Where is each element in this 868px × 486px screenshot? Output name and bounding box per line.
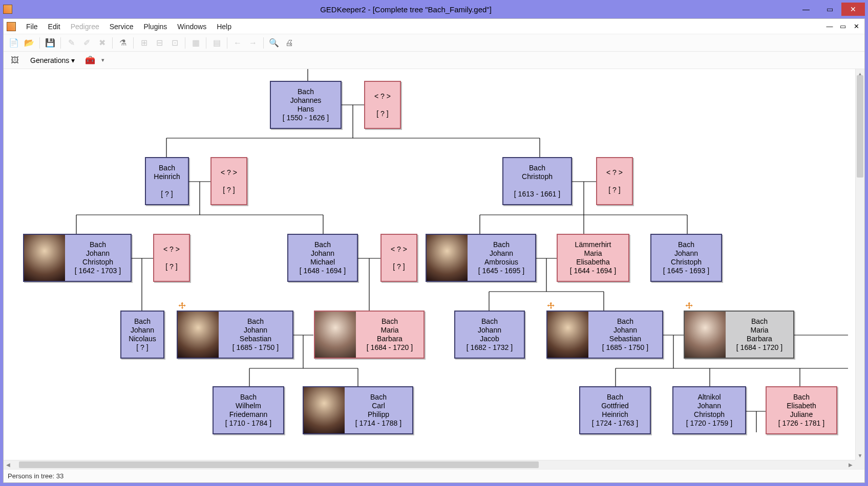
card-line: [ 1714 - 1788 ] xyxy=(349,419,408,428)
tree-descendants-icon[interactable]: ⊟ xyxy=(152,36,166,50)
nav-fwd-icon[interactable]: → xyxy=(246,36,260,50)
options-icon[interactable]: 🧰 xyxy=(83,53,97,68)
card-line: < ? > xyxy=(601,168,628,177)
tree-canvas[interactable]: Bach Johannes Hans [ 1550 - 1626 ] < ? >… xyxy=(4,69,859,463)
generations-dropdown[interactable]: Generations ▾ xyxy=(26,54,79,67)
export-image-icon[interactable]: 🖼 xyxy=(8,53,22,68)
card-line: Johann xyxy=(69,249,126,258)
card-cpe[interactable]: Bach Carl Philipp [ 1714 - 1788 ] xyxy=(303,386,413,434)
new-file-icon[interactable]: 📄 xyxy=(7,36,21,50)
scroll-right-icon[interactable]: ▶ xyxy=(846,460,855,469)
card-lammerhirt[interactable]: Lämmerhirt Maria Elisabetha [ 1644 - 169… xyxy=(557,234,629,282)
menu-windows[interactable]: Windows xyxy=(172,20,211,33)
print-icon[interactable]: 🖨 xyxy=(282,36,297,50)
card-jambrosius[interactable]: Bach Johann Ambrosius [ 1645 - 1695 ] xyxy=(426,234,536,282)
card-line: Maria xyxy=(562,249,624,258)
record-add-icon[interactable]: ✎ xyxy=(64,36,78,50)
card-line: Bach xyxy=(349,393,408,402)
card-jc1642[interactable]: Bach Johann Christoph [ 1642 - 1703 ] xyxy=(23,234,132,282)
record-edit-icon[interactable]: ✐ xyxy=(79,36,94,50)
card-heinrich[interactable]: Bach Heinrich [ ? ] xyxy=(145,157,189,205)
card-mariab1[interactable]: Bach Maria Barbara [ 1684 - 1720 ] xyxy=(314,311,425,359)
maximize-button[interactable]: ▭ xyxy=(818,3,841,16)
close-button[interactable]: ✕ xyxy=(841,3,865,16)
card-jsb2[interactable]: Bach Johann Sebastian [ 1685 - 1750 ] xyxy=(546,311,663,359)
move-cross-icon[interactable] xyxy=(178,301,187,311)
preview-icon[interactable]: 🔍 xyxy=(267,36,281,50)
card-unknown-wife-jc1642[interactable]: < ? > [ ? ] xyxy=(153,234,190,282)
card-line: [ ? ] xyxy=(386,262,412,271)
mdi-close-button[interactable]: ✕ xyxy=(851,21,861,32)
scroll-thumb[interactable] xyxy=(857,75,863,178)
scroll-down-icon[interactable]: ▼ xyxy=(856,451,864,460)
card-line: Jacob xyxy=(459,335,520,343)
card-line: Johann xyxy=(592,326,658,335)
card-jnicolaus[interactable]: Bach Johann Nicolaus [ ? ] xyxy=(120,311,164,359)
mdi-controls: — ▭ ✕ xyxy=(824,21,861,32)
scroll-left-icon[interactable]: ◀ xyxy=(4,460,13,469)
card-line: Johann xyxy=(655,249,717,258)
tree-both-icon[interactable]: ⊡ xyxy=(167,36,182,50)
statusbar: Persons in tree: 33 xyxy=(4,469,864,482)
card-line: < ? > xyxy=(158,245,185,254)
card-line: Heinrich xyxy=(150,172,184,181)
minimize-button[interactable]: — xyxy=(794,3,818,16)
card-line: Wilhelm xyxy=(218,402,279,410)
card-line: Friedemann xyxy=(218,410,279,419)
card-jc1645[interactable]: Bach Johann Christoph [ 1645 - 1693 ] xyxy=(650,234,722,282)
card-christoph[interactable]: Bach Christoph [ 1613 - 1661 ] xyxy=(502,157,572,205)
card-ejuliane[interactable]: Bach Elisabeth Juliane [ 1726 - 1781 ] xyxy=(766,386,837,434)
card-jsb1[interactable]: Bach Johann Sebastian [ 1685 - 1750 ] xyxy=(177,311,293,359)
card-line: Johann xyxy=(472,249,531,258)
card-jmichael[interactable]: Bach Johann Michael [ 1648 - 1694 ] xyxy=(287,234,358,282)
filter-icon[interactable]: ⚗ xyxy=(116,36,130,50)
card-line: Carl xyxy=(349,402,408,410)
card-jjacob[interactable]: Bach Johann Jacob [ 1682 - 1732 ] xyxy=(454,311,525,359)
menu-service[interactable]: Service xyxy=(104,20,139,33)
menu-edit[interactable]: Edit xyxy=(43,20,66,33)
open-file-icon[interactable]: 📂 xyxy=(22,36,36,50)
save-icon[interactable]: 💾 xyxy=(43,36,57,50)
card-gottfried[interactable]: Bach Gottfried Heinrich [ 1724 - 1763 ] xyxy=(579,386,651,434)
card-unknown-wife-christoph[interactable]: < ? > [ ? ] xyxy=(596,157,633,205)
menu-file[interactable]: File xyxy=(21,20,43,33)
card-mariab2[interactable]: Bach Maria Barbara [ 1684 - 1720 ] xyxy=(684,311,794,359)
scroll-thumb[interactable] xyxy=(19,461,539,468)
card-line: [ 1720 - 1759 ] xyxy=(678,419,741,428)
pedigree-icon[interactable]: ▦ xyxy=(188,36,203,50)
vertical-scrollbar[interactable]: ▲ ▼ xyxy=(855,69,864,460)
card-unknown-wife-jmichael[interactable]: < ? > [ ? ] xyxy=(380,234,417,282)
card-wfriedemann[interactable]: Bach Wilhelm Friedemann [ 1710 - 1784 ] xyxy=(213,386,284,434)
card-johannes[interactable]: Bach Johannes Hans [ 1550 - 1626 ] xyxy=(270,81,342,129)
card-line: [ ? ] xyxy=(158,262,185,271)
card-line: Bach xyxy=(472,240,531,249)
tree-ancestors-icon[interactable]: ⊞ xyxy=(137,36,151,50)
card-line: [ 1710 - 1784 ] xyxy=(218,419,279,428)
card-line: Bach xyxy=(771,393,832,402)
mdi-minimize-button[interactable]: — xyxy=(824,21,835,32)
card-line: Bach xyxy=(292,240,353,249)
menu-help[interactable]: Help xyxy=(211,20,237,33)
card-line: Elisabeth xyxy=(771,402,832,410)
menu-plugins[interactable]: Plugins xyxy=(138,20,172,33)
card-unknown-wife-heinrich[interactable]: < ? > [ ? ] xyxy=(210,157,247,205)
chevron-down-icon: ▾ xyxy=(101,57,104,63)
card-line: Barbara xyxy=(360,335,419,343)
horizontal-scrollbar[interactable]: ◀ ▶ xyxy=(4,460,855,469)
nav-back-icon[interactable]: ← xyxy=(230,36,245,50)
card-line: Heinrich xyxy=(584,410,646,419)
card-line: Johann xyxy=(459,326,520,335)
card-line: Gottfried xyxy=(584,402,646,410)
menu-pedigree[interactable]: Pedigree xyxy=(66,20,104,33)
move-cross-icon[interactable] xyxy=(685,301,694,311)
card-line: [ 1644 - 1694 ] xyxy=(562,267,624,275)
portrait-icon xyxy=(547,312,588,358)
card-line: [ 1645 - 1695 ] xyxy=(472,267,531,275)
card-altnikol[interactable]: Altnikol Johann Christoph [ 1720 - 1759 … xyxy=(672,386,746,434)
mdi-restore-button[interactable]: ▭ xyxy=(838,21,848,32)
stats-icon[interactable]: ▤ xyxy=(209,36,224,50)
record-delete-icon[interactable]: ✖ xyxy=(95,36,109,50)
card-unknown-wife-johannes[interactable]: < ? > [ ? ] xyxy=(364,81,401,129)
move-cross-icon[interactable] xyxy=(546,301,556,311)
tree-canvas-area[interactable]: Bach Johannes Hans [ 1550 - 1626 ] < ? >… xyxy=(4,69,864,460)
